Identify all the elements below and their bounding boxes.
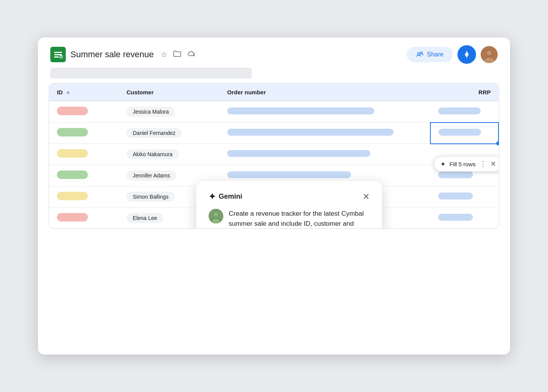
screen: Summer sale revenue ☆ [0,0,548,392]
order-bar [227,107,374,114]
id-badge [57,128,88,136]
cloud-icon[interactable] [187,50,197,59]
sheets-icon [50,47,66,62]
share-button[interactable]: Share [407,47,453,62]
more-options-icon[interactable]: ⋮ [480,160,486,168]
filter-icon[interactable]: ≡ [67,90,70,95]
svg-rect-3 [54,56,59,58]
id-badge [57,192,88,200]
customer-name: Daniel Fernandez [127,128,182,138]
id-cell [49,101,119,123]
gemini-dialog-title: ✦ Gemini [209,192,242,202]
svg-point-6 [421,52,423,54]
formula-input[interactable] [50,68,252,78]
customer-cell: Jessica Malora [119,101,219,123]
rrp-bar [438,107,481,114]
header: Summer sale revenue ☆ [38,37,510,68]
gemini-fab-icon [462,49,472,60]
customer-cell: Akiko Nakamura [119,144,219,165]
customer-name: Jennifer Adams [127,170,176,181]
fill-rows-bar[interactable]: ✦ Fill 5 rows ⋮ ✕ [434,156,499,172]
id-badge [57,149,88,158]
drag-handle[interactable] [496,141,499,145]
svg-point-10 [486,50,492,56]
wand-icon: ✦ [440,160,445,168]
customer-name: Akiko Nakamura [127,149,179,159]
svg-rect-4 [60,56,62,58]
rrp-bar [438,193,473,199]
share-icon [416,51,424,58]
order-bar [227,171,351,178]
id-badge [57,213,88,222]
svg-rect-1 [54,52,62,53]
svg-rect-2 [54,54,62,55]
customer-name: Elena Lee [127,213,163,223]
spreadsheet-table: ID ≡ Customer Order number RRP [49,83,499,229]
star-icon[interactable]: ☆ [161,50,168,59]
rrp-bar [438,214,473,221]
header-icons: ☆ [161,50,197,59]
rrp-cell[interactable] [430,101,498,123]
col-header-order: Order number [219,84,430,101]
id-badge [57,170,88,179]
avatar [481,46,498,63]
table-row: Jessica Malora [49,101,498,123]
order-bar [227,129,394,136]
table-row: Akiko Nakamura [49,144,498,165]
table-header-row: ID ≡ Customer Order number RRP [49,84,498,101]
rrp-cell-selected[interactable]: ✦ Fill 5 rows ⋮ ✕ [430,123,498,144]
formula-bar [38,68,510,83]
rrp-bar [438,171,473,178]
customer-name: Jessica Malora [127,107,175,117]
id-cell [49,165,119,186]
rrp-cell[interactable] [430,208,498,229]
order-cell[interactable] [219,123,430,144]
doc-title: Summer sale revenue [70,49,154,60]
close-fill-rows-icon[interactable]: ✕ [490,160,496,168]
gemini-dialog-close[interactable]: ✕ [363,192,370,202]
id-badge [57,107,88,115]
share-label: Share [427,51,444,58]
table-row: Daniel Fernandez ✦ Fill 5 rows [49,123,498,144]
gemini-dialog-icon: ✦ [209,192,216,202]
user-avatar-image [481,46,498,63]
gemini-dialog-message: Create a revenue tracker for the latest … [229,209,370,229]
order-cell[interactable] [219,101,430,123]
rrp-bar [438,129,481,136]
id-cell [49,186,119,208]
gemini-dialog: ✦ Gemini ✕ Creat [196,181,382,229]
main-card: Summer sale revenue ☆ [38,37,510,355]
col-header-rrp: RRP [430,84,498,101]
gemini-dialog-header: ✦ Gemini ✕ [209,192,370,202]
gemini-fab-button[interactable] [457,45,476,64]
id-cell [49,123,119,144]
rrp-cell[interactable] [430,186,498,208]
customer-name: Simon Ballings [127,192,175,202]
order-cell[interactable] [219,144,430,165]
svg-point-15 [214,212,219,217]
dialog-user-row: Create a revenue tracker for the latest … [209,209,370,229]
id-cell [49,208,119,229]
col-header-customer: Customer [119,84,219,101]
fill-rows-label[interactable]: Fill 5 rows [449,161,476,167]
order-bar [227,150,370,157]
user-avatar-small [209,209,223,223]
folder-icon[interactable] [173,50,182,59]
svg-point-5 [418,53,420,55]
header-right: Share [407,45,498,64]
dialog-user-avatar [209,209,223,223]
id-cell [49,144,119,165]
customer-cell: Daniel Fernandez [119,123,219,144]
gemini-dialog-title-text: Gemini [219,193,242,201]
col-header-id: ID ≡ [49,84,119,101]
